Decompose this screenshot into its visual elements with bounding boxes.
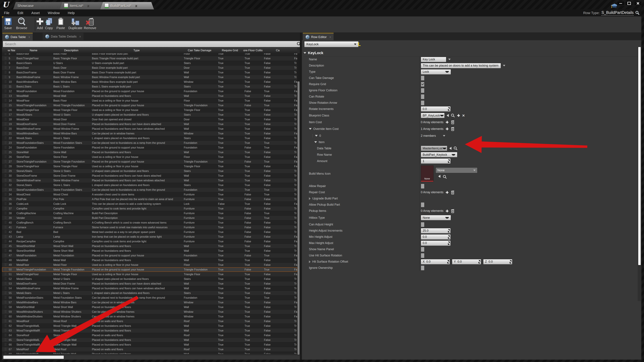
chevron-down-icon[interactable] — [443, 135, 445, 137]
drag-handle-icon[interactable] — [4, 343, 6, 346]
table-row[interactable]: 51MetalTriangleFloorMetal Triangle Floor… — [2, 272, 297, 277]
table-row[interactable]: 41FurnaceFurnaceStone furnace used to sm… — [2, 225, 297, 230]
text-combo-field[interactable]: Key Lock — [421, 57, 446, 62]
table-row[interactable]: 65StoneTriangleWallLStone Triangle WallP… — [2, 338, 297, 343]
asset-dropdown[interactable]: BP_KeyLock — [421, 113, 444, 118]
remove-button[interactable]: Remove — [84, 17, 96, 30]
drag-handle-icon[interactable] — [4, 292, 6, 295]
drag-handle-icon[interactable] — [4, 334, 6, 337]
table-row[interactable]: 5BasicTriangleFloorBasic Triangle FloorB… — [2, 56, 297, 61]
drag-handle-icon[interactable] — [4, 66, 6, 69]
trash-icon[interactable] — [451, 190, 454, 195]
drag-handle-icon[interactable] — [4, 245, 6, 248]
drag-handle-icon[interactable] — [4, 329, 6, 332]
drag-handle-icon[interactable] — [4, 320, 6, 323]
struct-section-header[interactable]: KeyLock — [304, 50, 639, 56]
add-icon[interactable] — [446, 191, 449, 194]
drag-handle-icon[interactable] — [4, 348, 6, 351]
doc-tab-itemlist[interactable]: ItemList* x — [60, 2, 106, 9]
drag-handle-icon[interactable] — [4, 230, 6, 234]
column-header[interactable]: Description — [52, 48, 90, 53]
use-selected-asset-icon[interactable] — [438, 175, 440, 178]
drag-handle-icon[interactable] — [4, 57, 6, 60]
drag-handle-icon[interactable] — [4, 226, 6, 229]
drag-handle-icon[interactable] — [4, 273, 6, 276]
spinner-icon[interactable] — [447, 235, 450, 239]
table-row[interactable]: 66StoneTriangleWallRStone Triangle WallP… — [2, 343, 297, 347]
spinner-icon[interactable] — [447, 229, 450, 233]
table-row[interactable]: 34WoodChestWood ChestA wooden chest used… — [2, 192, 297, 197]
checkbox[interactable] — [421, 253, 424, 258]
vertical-scrollbar-thumb[interactable] — [298, 81, 300, 355]
table-row[interactable]: 53MetalDoorFrameMetal Door FramePlaced o… — [2, 281, 297, 286]
drag-handle-icon[interactable] — [4, 212, 6, 215]
column-header[interactable]: Row Name — [8, 48, 15, 53]
table-row[interactable]: 8BasicDoorFrameBasic Door FrameBasic Doo… — [2, 70, 297, 75]
menu-edit[interactable]: Edit — [14, 11, 27, 15]
panel-splitter[interactable] — [300, 33, 302, 360]
table-row[interactable]: 40CraftingBenchCrafting BenchA Crafting … — [2, 220, 297, 225]
dropdown-field[interactable]: BuildPart_Keylock — [421, 152, 457, 157]
menu-file[interactable]: File — [0, 11, 14, 15]
drag-handle-icon[interactable] — [4, 127, 6, 130]
table-row[interactable]: 50MetalTriangleFoundationMetal Triangle … — [2, 267, 297, 272]
drag-handle-icon[interactable] — [4, 338, 6, 342]
trash-icon[interactable] — [451, 120, 454, 124]
spinner-icon[interactable] — [447, 107, 450, 111]
drag-handle-icon[interactable] — [4, 85, 6, 88]
table-row[interactable]: 64StoneRoofStone RoofPlaced on walls and… — [2, 333, 297, 338]
checkbox[interactable] — [421, 266, 424, 271]
drag-handle-icon[interactable] — [4, 61, 6, 65]
column-header[interactable]: Can Take Damage — [182, 48, 217, 53]
drag-handle-icon[interactable] — [4, 268, 6, 271]
drag-handle-icon[interactable] — [4, 221, 6, 224]
asset-thumbnail[interactable]: None — [421, 165, 434, 182]
table-row[interactable]: 46StoneShortWallStone Short WallPlaced o… — [2, 249, 297, 253]
column-header[interactable]: Require Grid — [217, 48, 243, 53]
numeric-field[interactable]: 0.0 — [421, 106, 451, 112]
spinner-icon[interactable] — [447, 159, 450, 163]
vector-y-field[interactable]: Y 0.0 — [452, 259, 481, 265]
asset-dropdown[interactable]: None — [436, 167, 478, 173]
table-row[interactable]: 36CodeLockCode LockThis can be placed on… — [2, 202, 297, 206]
drag-handle-icon[interactable] — [4, 315, 6, 318]
drag-handle-icon[interactable] — [4, 216, 6, 220]
table-row[interactable]: 7BasicDoorBasic DoorBasic Door example b… — [2, 65, 297, 70]
column-header[interactable]: Type — [90, 48, 182, 53]
dropdown-field[interactable]: None — [421, 215, 451, 220]
table-row[interactable]: 38CraftingMachineCrafting MachineBuild P… — [2, 211, 297, 216]
tab-data-table-details[interactable]: i Data Table Details x — [42, 33, 84, 40]
table-row[interactable]: 23WoodFoundationStairsWood Foundation St… — [2, 141, 297, 145]
table-row[interactable]: 4BasicFloorBasic FloorBasic Floor exampl… — [2, 53, 297, 56]
close-icon[interactable]: x — [135, 4, 137, 8]
drag-handle-icon[interactable] — [4, 310, 6, 313]
table-row[interactable]: 22WoodLStairsWood L StairsL shaped stair… — [2, 136, 297, 141]
table-row[interactable]: 43LampLampIron lamp that can be placed o… — [2, 234, 297, 239]
table-row[interactable]: 30StoneDoorFrameStone Door FramePlaced o… — [2, 173, 297, 178]
save-button[interactable]: Save — [4, 17, 12, 30]
drag-handle-icon[interactable] — [4, 249, 6, 252]
add-icon[interactable] — [457, 114, 460, 117]
menu-help[interactable]: Help — [64, 11, 79, 15]
table-row[interactable]: 48MetalWallMetal WallPlaced on foundatio… — [2, 258, 297, 263]
table-row[interactable]: 18WoodDoorWood DoorDoor that can opened … — [2, 117, 297, 122]
drag-handle-icon[interactable] — [4, 353, 6, 354]
table-row[interactable]: 25StoneWallStone WallPlaced on foundatio… — [2, 150, 297, 155]
drag-handle-icon[interactable] — [4, 179, 6, 182]
table-row[interactable]: 39VenderVenderBuild Part DescriptionFurn… — [2, 216, 297, 220]
drag-handle-icon[interactable] — [4, 306, 6, 309]
column-header[interactable]: Name — [15, 48, 52, 53]
table-row[interactable]: 37CampfireCampfireCampfire used to cook … — [2, 206, 297, 211]
add-icon[interactable] — [446, 120, 449, 124]
close-icon[interactable]: x — [87, 4, 89, 8]
table-row[interactable]: 31StoneWindowFrameStone Window FramePlac… — [2, 178, 297, 183]
table-row[interactable]: 20WoodWindowFrameWood Window FramePlaced… — [2, 126, 297, 131]
browse-asset-icon[interactable] — [443, 175, 447, 179]
drag-handle-icon[interactable] — [4, 108, 6, 112]
drag-handle-icon[interactable] — [4, 207, 6, 210]
expander-closed-icon[interactable] — [309, 197, 310, 200]
horizontal-scrollbar-thumb[interactable] — [3, 356, 64, 359]
numeric-field[interactable]: 0.0 — [421, 234, 451, 240]
expander-open-icon[interactable] — [314, 141, 317, 143]
checkbox[interactable] — [421, 88, 424, 93]
